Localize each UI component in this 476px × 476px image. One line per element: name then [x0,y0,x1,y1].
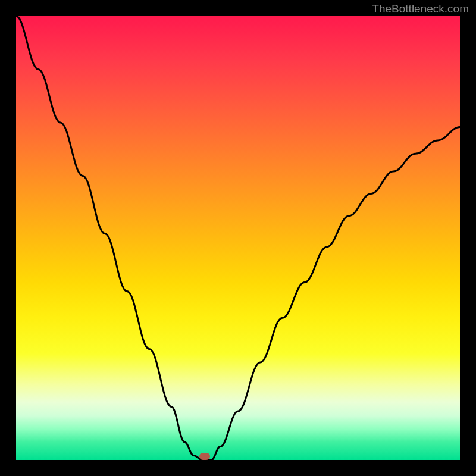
optimal-point-marker [199,453,210,460]
bottleneck-curve [16,16,460,460]
chart-plot-area [16,16,460,460]
watermark-text: TheBottleneck.com [372,2,469,15]
